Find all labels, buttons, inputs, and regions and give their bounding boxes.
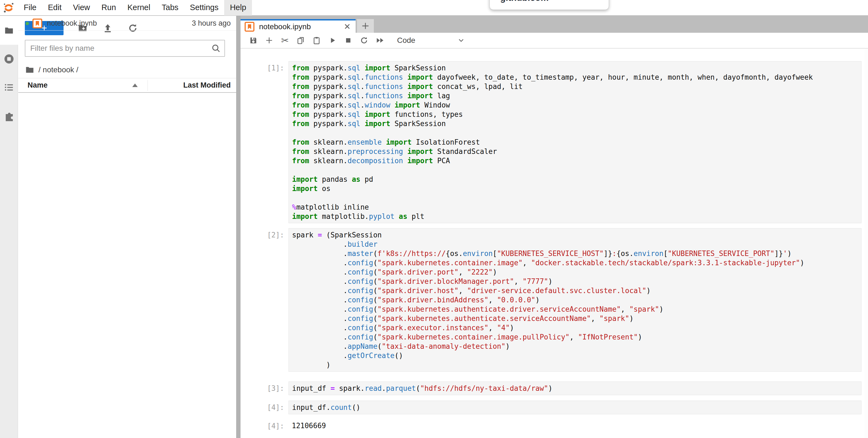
cut-cells-button[interactable]: ✂ bbox=[277, 34, 293, 47]
code-text: input_df.count() bbox=[292, 403, 858, 412]
menu-item-settings[interactable]: Settings bbox=[184, 0, 224, 16]
cell-type-dropdown[interactable]: Code bbox=[397, 36, 465, 45]
notebook-scrollbar[interactable] bbox=[865, 49, 868, 438]
paste-icon bbox=[312, 36, 321, 45]
menu-item-help[interactable]: Help bbox=[224, 0, 252, 16]
output-area: 12106669 bbox=[288, 419, 862, 432]
copy-cells-button[interactable] bbox=[293, 34, 309, 47]
paste-cells-button[interactable] bbox=[309, 34, 324, 47]
folder-icon bbox=[4, 25, 14, 36]
file-name: notebook.ipynb bbox=[47, 19, 97, 28]
notebook-cells: [1]:from pyspark.sql import SparkSession… bbox=[241, 49, 868, 438]
code-editor[interactable]: input_df.count() bbox=[288, 401, 862, 414]
cell-type-value: Code bbox=[397, 36, 415, 45]
code-cell: [3]:input_df = spark.read.parquet("hdfs:… bbox=[241, 381, 868, 395]
sidebar-item-extensions[interactable] bbox=[0, 101, 18, 130]
input-prompt: [1]: bbox=[241, 61, 288, 72]
code-text: from pyspark.sql import SparkSession fro… bbox=[292, 63, 858, 221]
tab-title: notebook.ipynb bbox=[259, 22, 311, 31]
save-icon bbox=[249, 36, 258, 45]
breadcrumb-path: / notebook / bbox=[38, 65, 78, 74]
new-tab-button[interactable] bbox=[357, 19, 374, 33]
column-divider bbox=[148, 80, 148, 91]
restart-icon bbox=[360, 36, 368, 45]
menu-item-edit[interactable]: Edit bbox=[42, 0, 67, 16]
code-cell: [4]:input_df.count() bbox=[241, 401, 868, 414]
filter-files-input[interactable] bbox=[25, 40, 225, 57]
code-editor[interactable]: from pyspark.sql import SparkSession fro… bbox=[288, 61, 862, 223]
notebook-icon bbox=[32, 18, 42, 29]
code-text: spark = (SparkSession .builder .master(f… bbox=[292, 230, 858, 370]
fast-forward-icon bbox=[375, 36, 384, 45]
input-prompt: [4]: bbox=[241, 401, 288, 412]
plus-icon bbox=[265, 36, 274, 45]
sidebar-splitter[interactable] bbox=[236, 16, 241, 438]
insert-cell-button[interactable] bbox=[261, 34, 277, 47]
menu-item-tabs[interactable]: Tabs bbox=[156, 0, 184, 16]
column-header-last-modified[interactable]: Last Modified bbox=[183, 81, 231, 89]
browser-popup: github.com bbox=[490, 0, 609, 10]
output-prompt: [4]: bbox=[241, 419, 288, 431]
file-last-modified: 3 hours ago bbox=[192, 19, 231, 28]
menu-bar: FileEditViewRunKernelTabsSettingsHelp bbox=[0, 0, 868, 16]
sort-ascending-icon bbox=[132, 84, 138, 87]
close-tab-icon[interactable]: ✕ bbox=[344, 23, 351, 31]
activity-bar bbox=[0, 17, 18, 438]
menu-item-view[interactable]: View bbox=[67, 0, 96, 16]
main-dock-panel: notebook.ipynb ✕ ✂ bbox=[241, 16, 868, 438]
sidebar-item-file-browser[interactable] bbox=[0, 17, 18, 45]
list-icon bbox=[4, 82, 14, 92]
puzzle-icon bbox=[4, 110, 14, 121]
menu-item-file[interactable]: File bbox=[18, 0, 42, 16]
tab-notebook[interactable]: notebook.ipynb ✕ bbox=[241, 19, 355, 33]
run-icon bbox=[328, 36, 337, 45]
input-prompt: [3]: bbox=[241, 381, 288, 393]
code-editor[interactable]: spark = (SparkSession .builder .master(f… bbox=[288, 228, 862, 372]
file-browser-panel: + / notebook bbox=[18, 17, 236, 438]
plus-icon bbox=[361, 21, 370, 31]
sidebar-item-table-of-contents[interactable] bbox=[0, 73, 18, 101]
jupyter-logo-icon bbox=[3, 2, 14, 13]
restart-kernel-button[interactable] bbox=[356, 34, 372, 47]
run-cell-button[interactable] bbox=[324, 34, 340, 47]
stop-icon bbox=[344, 36, 352, 45]
filter-files-box bbox=[25, 40, 225, 57]
kernel-running-dot bbox=[26, 22, 29, 25]
notebook-icon bbox=[244, 22, 255, 32]
running-kernels-icon bbox=[4, 54, 14, 64]
code-text: input_df = spark.read.parquet("hdfs://hd… bbox=[292, 384, 858, 393]
interrupt-kernel-button[interactable] bbox=[340, 34, 356, 47]
code-editor[interactable]: input_df = spark.read.parquet("hdfs://hd… bbox=[288, 381, 862, 395]
notebook-toolbar: ✂ bbox=[241, 33, 868, 49]
chevron-down-icon bbox=[457, 36, 465, 45]
sidebar-item-running-sessions[interactable] bbox=[0, 45, 18, 73]
column-header-name[interactable]: Name bbox=[28, 81, 48, 89]
save-button[interactable] bbox=[245, 34, 261, 47]
file-list-header: Name Last Modified bbox=[18, 78, 236, 93]
file-row[interactable]: notebook.ipynb3 hours ago bbox=[18, 17, 236, 31]
menu-items: FileEditViewRunKernelTabsSettingsHelp bbox=[18, 0, 252, 16]
menu-item-kernel[interactable]: Kernel bbox=[122, 0, 156, 16]
popup-url-text: github.com bbox=[500, 0, 549, 3]
tab-bar: notebook.ipynb ✕ bbox=[241, 16, 868, 33]
menu-item-run[interactable]: Run bbox=[96, 0, 122, 16]
code-cell: [1]:from pyspark.sql import SparkSession… bbox=[241, 61, 868, 223]
breadcrumb[interactable]: / notebook / bbox=[25, 62, 78, 78]
output-cell: [4]:12106669 bbox=[241, 419, 868, 432]
restart-run-all-button[interactable] bbox=[372, 34, 388, 47]
scissors-icon: ✂ bbox=[281, 35, 289, 46]
copy-icon bbox=[297, 36, 305, 45]
search-icon bbox=[211, 43, 221, 54]
folder-icon bbox=[25, 65, 35, 75]
input-prompt: [2]: bbox=[241, 228, 288, 240]
file-list: notebook.ipynb3 hours ago bbox=[18, 17, 236, 31]
code-cell: [2]:spark = (SparkSession .builder .mast… bbox=[241, 228, 868, 372]
output-text: 12106669 bbox=[292, 421, 858, 430]
